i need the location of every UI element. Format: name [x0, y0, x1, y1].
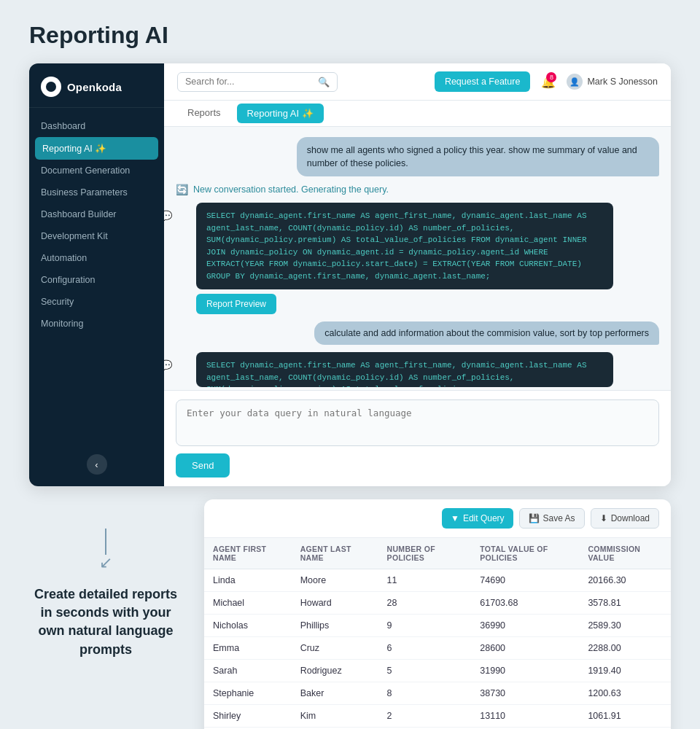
- input-area: Send: [164, 390, 671, 486]
- table-cell: Sarah: [204, 660, 292, 682]
- bottom-section: ↙ Create detailed reports in seconds wit…: [29, 499, 671, 729]
- table-cell: 31990: [471, 660, 579, 682]
- table-cell: Kim: [292, 705, 378, 728]
- table-cell: Linda: [204, 569, 292, 592]
- sidebar-item-configuration[interactable]: Configuration: [29, 269, 164, 291]
- table-cell: 2589.30: [579, 615, 671, 637]
- sidebar-item-dashboard-builder[interactable]: Dashboard Builder: [29, 203, 164, 225]
- page-title: Reporting AI: [29, 22, 671, 49]
- sidebar-item-security[interactable]: Security: [29, 291, 164, 313]
- table-row: MichaelHoward2861703.683578.81: [204, 592, 671, 615]
- topbar: 🔍 Request a Feature 🔔 8 👤 Mark S Jonesso…: [164, 63, 671, 101]
- tabs-bar: Reports Reporting AI ✨: [164, 101, 671, 127]
- table-cell: 1061.91: [579, 705, 671, 728]
- table-cell: 1200.63: [579, 682, 671, 705]
- table-cell: 36990: [471, 615, 579, 637]
- tab-reporting-ai[interactable]: Reporting AI ✨: [237, 104, 324, 123]
- arrow-connector: ↙: [99, 529, 112, 572]
- table-cell: 3578.81: [579, 592, 671, 615]
- search-icon[interactable]: 🔍: [318, 77, 330, 87]
- results-toolbar: ▼ Edit Query 💾 Save As ⬇ Download: [204, 499, 671, 538]
- table-cell: Phillips: [292, 615, 378, 637]
- sidebar-item-business-params[interactable]: Business Parameters: [29, 182, 164, 203]
- tab-reports[interactable]: Reports: [177, 101, 231, 126]
- table-cell: Cruz: [292, 637, 378, 660]
- notifications-button[interactable]: 🔔 8: [537, 71, 559, 93]
- sidebar-item-document-gen[interactable]: Document Generation: [29, 160, 164, 182]
- table-cell: 8: [378, 682, 472, 705]
- col-header-last-name: AGENT LAST NAME: [292, 538, 378, 569]
- table-row: ShirleyKim2131101061.91: [204, 705, 671, 728]
- download-button[interactable]: ⬇ Download: [591, 508, 659, 529]
- table-cell: 28600: [471, 637, 579, 660]
- user-message-2: calculate and add information about the …: [314, 321, 659, 345]
- sidebar-item-reporting-ai[interactable]: Reporting AI ✨: [35, 137, 158, 160]
- logo-text: Openkoda: [67, 81, 122, 93]
- code-icon: 💬: [164, 210, 172, 222]
- code-message-2: SELECT dynamic_agent.first_name AS agent…: [196, 352, 613, 387]
- download-icon: ⬇: [600, 513, 607, 523]
- sidebar-logo: Openkoda: [29, 63, 164, 108]
- table-cell: 28: [378, 592, 472, 615]
- table-cell: 9: [378, 615, 472, 637]
- request-feature-button[interactable]: Request a Feature: [435, 71, 531, 92]
- avatar: 👤: [567, 74, 583, 90]
- sidebar-item-dev-kit[interactable]: Development Kit: [29, 225, 164, 247]
- app-frame: Openkoda Dashboard Reporting AI ✨ Docume…: [29, 63, 671, 486]
- main-content: 🔍 Request a Feature 🔔 8 👤 Mark S Jonesso…: [164, 63, 671, 486]
- send-button[interactable]: Send: [176, 453, 230, 477]
- bottom-text-col: ↙ Create detailed reports in seconds wit…: [29, 499, 182, 659]
- sidebar-nav: Dashboard Reporting AI ✨ Document Genera…: [29, 108, 164, 445]
- table-cell: Nicholas: [204, 615, 292, 637]
- filter-icon: ▼: [451, 513, 459, 523]
- table-cell: 2288.00: [579, 637, 671, 660]
- table-cell: Stephanie: [204, 682, 292, 705]
- table-cell: 2: [378, 705, 472, 728]
- code-icon-2: 💬: [164, 359, 172, 371]
- code-message-1: SELECT dynamic_agent.first_name AS agent…: [196, 203, 613, 289]
- logo-icon: [41, 77, 61, 97]
- edit-query-button[interactable]: ▼ Edit Query: [442, 508, 513, 529]
- results-table: AGENT FIRST NAME AGENT LAST NAME NUMBER …: [204, 538, 671, 729]
- save-as-button[interactable]: 💾 Save As: [519, 508, 585, 529]
- table-cell: 5: [378, 660, 472, 682]
- user-info[interactable]: 👤 Mark S Jonesson: [567, 74, 658, 90]
- results-card: ▼ Edit Query 💾 Save As ⬇ Download AGENT …: [204, 499, 671, 729]
- table-cell: 38730: [471, 682, 579, 705]
- search-input[interactable]: [185, 77, 314, 87]
- table-row: StephanieBaker8387301200.63: [204, 682, 671, 705]
- table-cell: Rodriguez: [292, 660, 378, 682]
- collapse-sidebar-button[interactable]: ‹: [87, 454, 107, 475]
- table-cell: Emma: [204, 637, 292, 660]
- table-row: EmmaCruz6286002288.00: [204, 637, 671, 660]
- table-cell: 13110: [471, 705, 579, 728]
- chat-input[interactable]: [176, 399, 659, 446]
- user-message-1: show me all agents who signed a policy t…: [297, 137, 659, 176]
- col-header-commission: COMMISSION VALUE: [579, 538, 671, 569]
- sidebar-item-monitoring[interactable]: Monitoring: [29, 313, 164, 335]
- table-cell: Shirley: [204, 705, 292, 728]
- table-cell: 20166.30: [579, 569, 671, 592]
- search-wrap: 🔍: [177, 72, 338, 92]
- bottom-label: Create detailed reports in seconds with …: [29, 585, 182, 659]
- sidebar-item-automation[interactable]: Automation: [29, 247, 164, 269]
- table-row: NicholasPhillips9369902589.30: [204, 615, 671, 637]
- table-cell: 11: [378, 569, 472, 592]
- sidebar: Openkoda Dashboard Reporting AI ✨ Docume…: [29, 63, 164, 486]
- system-message-1: 🔄 New conversation started. Generating t…: [176, 184, 389, 195]
- table-cell: 1919.40: [579, 660, 671, 682]
- table-cell: 74690: [471, 569, 579, 592]
- table-row: LindaMoore117469020166.30: [204, 569, 671, 592]
- report-preview-button[interactable]: Report Preview: [196, 294, 276, 314]
- sidebar-bottom: ‹: [29, 445, 164, 486]
- refresh-icon: 🔄: [176, 184, 188, 195]
- table-cell: 61703.68: [471, 592, 579, 615]
- sidebar-item-dashboard[interactable]: Dashboard: [29, 115, 164, 137]
- table-cell: 6: [378, 637, 472, 660]
- chat-area: show me all agents who signed a policy t…: [164, 127, 671, 390]
- table-cell: Howard: [292, 592, 378, 615]
- notifications-badge: 8: [546, 72, 556, 82]
- col-header-num-policies: NUMBER OF POLICIES: [378, 538, 472, 569]
- col-header-total-value: TOTAL VALUE OF POLICIES: [471, 538, 579, 569]
- user-name: Mark S Jonesson: [587, 77, 658, 87]
